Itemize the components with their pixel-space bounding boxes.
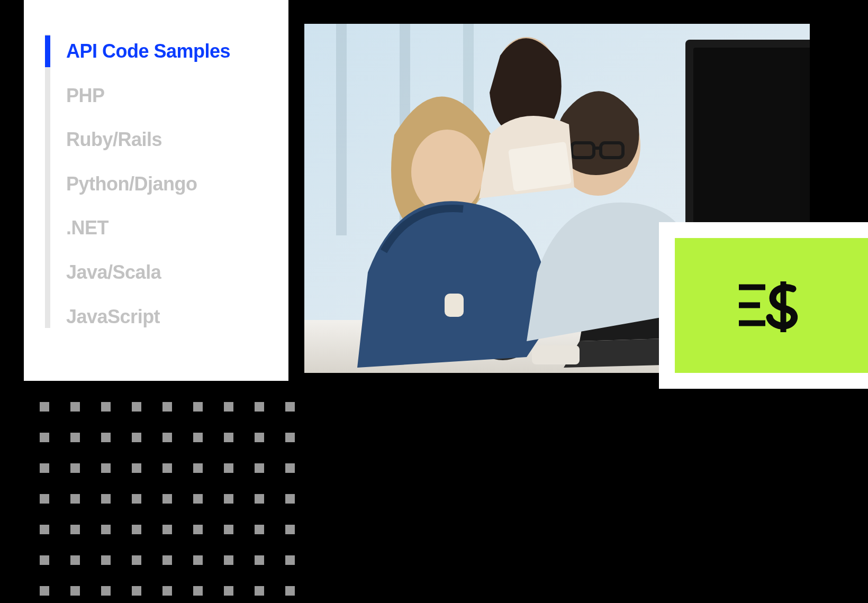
list-dollar-icon xyxy=(735,277,809,335)
svg-rect-19 xyxy=(508,142,572,192)
decorative-dot xyxy=(70,586,80,596)
decorative-dot xyxy=(162,402,172,412)
decorative-dot xyxy=(193,463,203,473)
decorative-dot xyxy=(285,494,295,504)
decorative-dot xyxy=(101,494,111,504)
decorative-dot xyxy=(70,525,80,534)
decorative-dot xyxy=(40,463,49,473)
nav-item-ruby-rails[interactable]: Ruby/Rails xyxy=(45,117,267,162)
decorative-dot xyxy=(162,525,172,534)
svg-rect-13 xyxy=(445,294,464,317)
decorative-dot xyxy=(255,555,264,565)
nav-item-label: Ruby/Rails xyxy=(66,129,162,150)
badge-container xyxy=(659,222,868,389)
pricing-badge xyxy=(675,238,868,373)
decorative-dot xyxy=(101,402,111,412)
nav-item-label: Java/Scala xyxy=(66,261,161,283)
nav-item-label: JavaScript xyxy=(66,306,160,327)
svg-rect-10 xyxy=(532,345,580,364)
decorative-dot xyxy=(162,494,172,504)
decorative-dot xyxy=(224,586,233,596)
decorative-dot xyxy=(224,463,233,473)
decorative-dot xyxy=(40,586,49,596)
decorative-dot xyxy=(224,494,233,504)
nav-item-dotnet[interactable]: .NET xyxy=(45,206,267,250)
nav-item-label: .NET xyxy=(66,217,108,239)
decorative-dot xyxy=(132,555,141,565)
decorative-dot xyxy=(285,586,295,596)
decorative-dot xyxy=(40,555,49,565)
decorative-dot xyxy=(193,402,203,412)
decorative-dot xyxy=(193,586,203,596)
decorative-dot xyxy=(193,494,203,504)
decorative-dot xyxy=(285,402,295,412)
decorative-dot xyxy=(255,433,264,442)
decorative-dot xyxy=(70,494,80,504)
decorative-dot xyxy=(224,402,233,412)
svg-rect-1 xyxy=(336,24,347,235)
decorative-dot xyxy=(132,494,141,504)
decorative-dot xyxy=(162,433,172,442)
dot-grid xyxy=(40,402,295,603)
decorative-dot xyxy=(255,586,264,596)
nav-item-python-django[interactable]: Python/Django xyxy=(45,162,267,206)
nav-item-php[interactable]: PHP xyxy=(45,74,267,118)
decorative-dot xyxy=(101,525,111,534)
decorative-dot xyxy=(70,433,80,442)
decorative-dot xyxy=(132,402,141,412)
decorative-dot xyxy=(224,555,233,565)
nav-list: API Code Samples PHP Ruby/Rails Python/D… xyxy=(45,29,267,339)
decorative-dot xyxy=(162,463,172,473)
decorative-dot xyxy=(193,555,203,565)
decorative-dot xyxy=(132,525,141,534)
decorative-dot xyxy=(285,555,295,565)
decorative-dot xyxy=(162,555,172,565)
nav-item-label: Python/Django xyxy=(66,173,197,195)
decorative-dot xyxy=(132,433,141,442)
decorative-dot xyxy=(40,402,49,412)
nav-item-java-scala[interactable]: Java/Scala xyxy=(45,250,267,295)
decorative-dot xyxy=(40,525,49,534)
nav-item-label: PHP xyxy=(66,85,105,106)
nav-item-javascript[interactable]: JavaScript xyxy=(45,295,267,339)
decorative-dot xyxy=(285,433,295,442)
decorative-dot xyxy=(285,463,295,473)
decorative-dot xyxy=(255,463,264,473)
decorative-dot xyxy=(70,463,80,473)
decorative-dot xyxy=(101,555,111,565)
decorative-dot xyxy=(193,433,203,442)
decorative-dot xyxy=(255,525,264,534)
decorative-dot xyxy=(285,525,295,534)
decorative-dot xyxy=(255,402,264,412)
decorative-dot xyxy=(101,586,111,596)
decorative-dot xyxy=(101,463,111,473)
decorative-dot xyxy=(70,402,80,412)
nav-item-api-code-samples[interactable]: API Code Samples xyxy=(45,29,267,74)
decorative-dot xyxy=(162,586,172,596)
decorative-dot xyxy=(132,586,141,596)
decorative-dot xyxy=(40,494,49,504)
decorative-dot xyxy=(70,555,80,565)
decorative-dot xyxy=(193,525,203,534)
decorative-dot xyxy=(132,463,141,473)
sidebar-panel: API Code Samples PHP Ruby/Rails Python/D… xyxy=(24,0,288,381)
nav-item-label: API Code Samples xyxy=(66,40,230,62)
svg-rect-6 xyxy=(693,48,810,233)
decorative-dot xyxy=(224,525,233,534)
decorative-dot xyxy=(224,433,233,442)
decorative-dot xyxy=(40,433,49,442)
decorative-dot xyxy=(101,433,111,442)
decorative-dot xyxy=(255,494,264,504)
